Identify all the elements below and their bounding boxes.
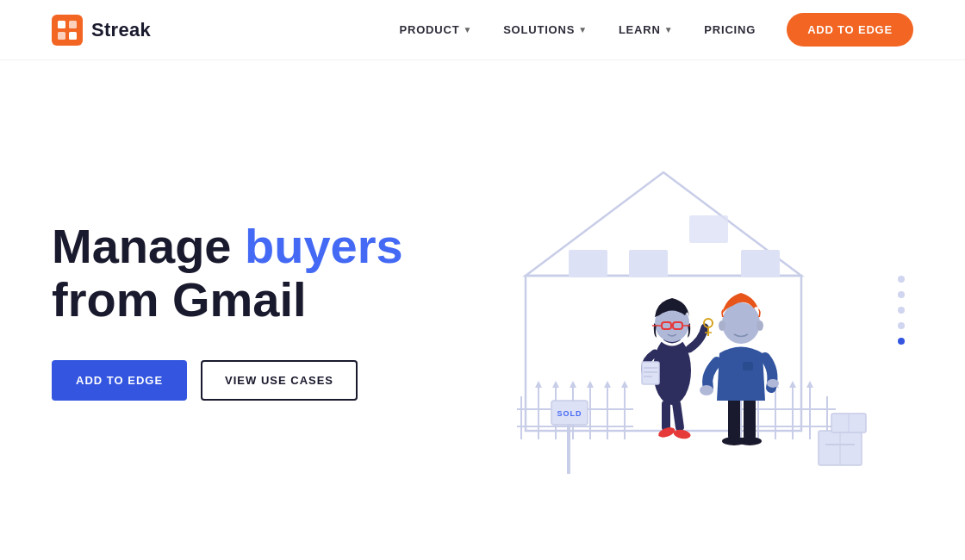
svg-rect-3 bbox=[58, 32, 65, 40]
add-to-edge-nav-button[interactable]: ADD TO EDGE bbox=[787, 13, 913, 47]
hero-heading: Manage buyers from Gmail bbox=[52, 220, 414, 326]
svg-rect-10 bbox=[741, 250, 780, 277]
svg-point-70 bbox=[700, 385, 713, 395]
nav-item-pricing[interactable]: PRICING bbox=[704, 23, 756, 36]
svg-marker-31 bbox=[587, 381, 594, 388]
svg-point-72 bbox=[719, 320, 725, 331]
logo-text: Streak bbox=[91, 19, 151, 41]
view-use-cases-button[interactable]: VIEW USE CASES bbox=[201, 360, 358, 401]
chevron-down-icon: ▼ bbox=[578, 25, 588, 34]
svg-rect-53 bbox=[644, 367, 657, 369]
svg-rect-49 bbox=[672, 400, 685, 431]
slide-dot-1[interactable] bbox=[898, 276, 905, 283]
nav-item-product[interactable]: PRODUCT ▼ bbox=[400, 23, 473, 36]
svg-rect-4 bbox=[69, 32, 77, 40]
svg-marker-32 bbox=[604, 381, 611, 388]
svg-rect-8 bbox=[629, 250, 668, 277]
slide-dot-navigation bbox=[898, 276, 913, 345]
svg-point-74 bbox=[767, 379, 779, 388]
svg-rect-39 bbox=[567, 422, 570, 474]
header: Streak PRODUCT ▼ SOLUTIONS ▼ LEARN ▼ PRI… bbox=[0, 0, 965, 60]
chevron-down-icon: ▼ bbox=[664, 25, 674, 34]
hero-illustration: SOLD bbox=[414, 60, 913, 560]
hero-section: Manage buyers from Gmail ADD TO EDGE VIE… bbox=[0, 60, 965, 560]
logo-link[interactable]: Streak bbox=[52, 15, 151, 46]
svg-point-71 bbox=[722, 302, 760, 344]
svg-rect-66 bbox=[744, 396, 756, 439]
svg-marker-29 bbox=[552, 381, 559, 388]
svg-rect-0 bbox=[52, 15, 83, 46]
svg-marker-37 bbox=[789, 381, 796, 388]
svg-rect-9 bbox=[689, 215, 728, 243]
hero-buttons: ADD TO EDGE VIEW USE CASES bbox=[52, 360, 414, 401]
nav-item-learn[interactable]: LEARN ▼ bbox=[619, 23, 673, 36]
svg-marker-33 bbox=[621, 381, 628, 388]
nav-item-solutions[interactable]: SOLUTIONS ▼ bbox=[503, 23, 588, 36]
svg-rect-69 bbox=[743, 362, 753, 370]
slide-dot-5[interactable] bbox=[898, 338, 905, 345]
svg-rect-54 bbox=[644, 371, 657, 373]
svg-rect-2 bbox=[69, 21, 77, 28]
hero-content: Manage buyers from Gmail ADD TO EDGE VIE… bbox=[52, 220, 414, 401]
svg-rect-7 bbox=[569, 250, 607, 277]
svg-marker-30 bbox=[570, 381, 576, 388]
svg-rect-48 bbox=[662, 401, 670, 431]
add-to-edge-hero-button[interactable]: ADD TO EDGE bbox=[52, 360, 187, 401]
svg-marker-38 bbox=[806, 381, 813, 388]
svg-marker-28 bbox=[535, 381, 542, 388]
svg-rect-65 bbox=[728, 396, 740, 439]
streak-logo-icon bbox=[52, 15, 83, 46]
slide-dot-3[interactable] bbox=[898, 307, 905, 314]
hero-illustration-svg: SOLD bbox=[439, 103, 887, 517]
svg-rect-55 bbox=[644, 376, 652, 377]
svg-point-68 bbox=[738, 437, 762, 445]
svg-text:SOLD: SOLD bbox=[557, 409, 582, 418]
slide-dot-2[interactable] bbox=[898, 291, 905, 298]
svg-rect-1 bbox=[58, 21, 65, 28]
chevron-down-icon: ▼ bbox=[463, 25, 472, 34]
slide-dot-4[interactable] bbox=[898, 322, 905, 329]
main-nav: PRODUCT ▼ SOLUTIONS ▼ LEARN ▼ PRICING AD… bbox=[400, 13, 913, 47]
svg-point-73 bbox=[756, 320, 763, 331]
